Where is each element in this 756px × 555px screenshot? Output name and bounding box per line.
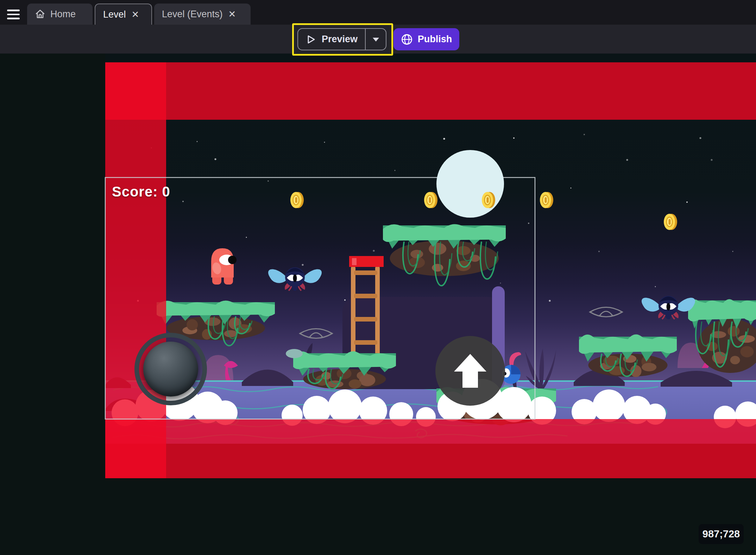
coin	[482, 192, 495, 208]
play-icon	[305, 34, 316, 45]
globe-icon	[401, 33, 413, 45]
coin	[664, 214, 677, 230]
scene-editor-canvas[interactable]: Score: 0 987;728	[0, 54, 756, 555]
tab-level-events[interactable]: Level (Events) ✕	[154, 4, 251, 25]
home-icon	[35, 9, 45, 19]
tab-label: Level (Events)	[162, 9, 223, 20]
red-zone-left	[105, 62, 166, 478]
tab-label: Home	[50, 9, 76, 20]
coin	[290, 192, 304, 208]
joystick-knob[interactable]	[143, 342, 198, 397]
chevron-down-icon	[372, 37, 380, 42]
preview-label: Preview	[322, 34, 358, 45]
game-editor-window: Home Level ✕ Level (Events) ✕	[0, 0, 756, 555]
close-tab-icon[interactable]: ✕	[131, 9, 140, 20]
cursor-coordinates-badge: 987;728	[699, 524, 744, 544]
moon	[436, 150, 504, 218]
red-zone-bottom	[105, 419, 756, 478]
red-zone-top	[105, 62, 756, 120]
preview-dropdown[interactable]	[365, 29, 386, 50]
preview-button[interactable]: Preview	[297, 28, 386, 50]
virtual-joystick[interactable]	[134, 333, 207, 405]
tab-home[interactable]: Home	[27, 4, 93, 25]
publish-label: Publish	[418, 34, 452, 45]
main-menu-icon[interactable]	[7, 10, 20, 20]
tab-bar: Home Level ✕ Level (Events) ✕	[0, 0, 756, 25]
close-tab-icon[interactable]: ✕	[228, 9, 237, 19]
arrow-up-icon	[449, 350, 491, 392]
coin	[424, 192, 437, 208]
coin	[540, 192, 553, 208]
tab-label: Level	[103, 9, 126, 20]
game-scene	[0, 54, 756, 555]
publish-button[interactable]: Publish	[393, 28, 459, 50]
score-text: Score: 0	[112, 184, 170, 200]
jump-button[interactable]	[435, 336, 505, 406]
tab-level[interactable]: Level ✕	[95, 4, 152, 25]
